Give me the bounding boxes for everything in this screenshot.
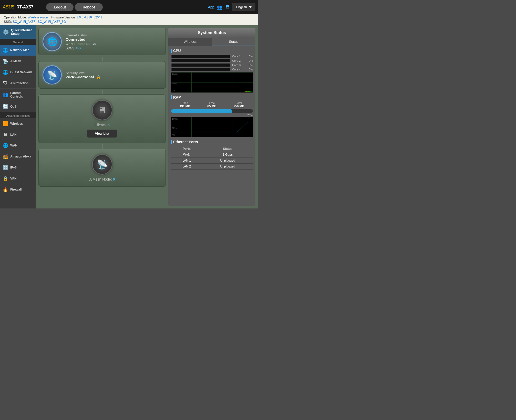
- wan-ip-label: WAN IP:: [66, 42, 77, 46]
- internet-status-value: Connected: [66, 37, 162, 41]
- sidebar-item-network-map[interactable]: 🌐 Network Map: [0, 45, 36, 56]
- sidebar: ⚙️ Quick Internet Setup General 🌐 Networ…: [0, 25, 36, 208]
- sidebar-item-label: IPv6: [10, 166, 17, 169]
- alexa-icon: 📻: [3, 154, 8, 159]
- language-selector[interactable]: English: [232, 3, 255, 11]
- sidebar-item-wireless[interactable]: 📶 Wireless: [0, 118, 36, 129]
- model-name: RT-AX57: [16, 5, 33, 9]
- eth-col-ports: Ports: [171, 146, 202, 152]
- sidebar-item-aiprotection[interactable]: 🛡 AiProtection: [0, 78, 36, 89]
- quick-internet-setup[interactable]: ⚙️ Quick Internet Setup: [0, 25, 36, 39]
- clients-card: 🖥 Clients: 5 View List: [38, 94, 166, 143]
- internet-info: Internet status: Connected WAN IP: 192.1…: [66, 33, 162, 50]
- ram-total-stat: Total 256 MB: [234, 101, 244, 108]
- aimesh-count: 0: [113, 177, 115, 181]
- sidebar-item-firewall[interactable]: 🔥 Firewall: [0, 184, 36, 195]
- lan-icon: 🖥: [3, 132, 8, 137]
- system-status-tabs: Wireless Status: [168, 38, 255, 46]
- asus-logo: ASUS: [3, 4, 14, 10]
- table-row: LAN 1 Unplugged: [171, 158, 253, 164]
- sidebar-item-guest-network[interactable]: 🌐 Guest Network: [0, 67, 36, 78]
- router-info: Security level: WPA2-Personal 🔒: [66, 71, 162, 79]
- eth-status-lan1: Unplugged: [202, 158, 253, 164]
- cpu-core-3-bar: [171, 64, 172, 67]
- main-layout: ⚙️ Quick Internet Setup General 🌐 Networ…: [0, 25, 258, 208]
- view-list-button[interactable]: View List: [87, 130, 117, 138]
- system-status-body: CPU Core 1 0% Core 2 0%: [168, 46, 255, 172]
- tab-status[interactable]: Status: [212, 38, 255, 46]
- sidebar-item-vpn[interactable]: 🔒 VPN: [0, 173, 36, 184]
- users-icon[interactable]: 👥: [217, 4, 222, 10]
- eth-status-lan2: Unplugged: [202, 164, 253, 170]
- clients-label: Clients:: [95, 123, 107, 127]
- eth-col-status: Status: [202, 146, 253, 152]
- sidebar-item-amazon-alexa[interactable]: 📻 Amazon Alexa: [0, 151, 36, 162]
- cpu-chart: 100% 50% 0%: [171, 72, 253, 93]
- general-section-label: General: [0, 39, 36, 45]
- sidebar-item-wan[interactable]: 🌐 WAN: [0, 140, 36, 151]
- ssid-5-link[interactable]: SC_Wi-Fi_AX57_5G: [38, 20, 66, 24]
- reboot-button[interactable]: Reboot: [75, 3, 102, 11]
- eth-port-lan1: LAN 1: [171, 158, 202, 164]
- cpu-core-1-bar: [171, 55, 172, 58]
- ram-used-stat: Used 191 MB: [179, 101, 190, 108]
- cpu-core-1-row: Core 1 0%: [171, 55, 253, 58]
- parental-icon: 👥: [3, 92, 8, 98]
- aimesh-icon: 📡: [3, 58, 8, 64]
- advanced-section-label: Advanced Settings: [0, 112, 36, 118]
- tab-wireless[interactable]: Wireless: [168, 38, 212, 46]
- ddns-link[interactable]: GO: [76, 47, 81, 50]
- sidebar-item-label: Amazon Alexa: [10, 155, 31, 158]
- eth-port-wan: WAN: [171, 152, 202, 158]
- aimesh-card: 📡 AiMesh Node: 0: [38, 149, 166, 187]
- cpu-chart-svg: [171, 72, 253, 92]
- top-buttons: Logout Reboot: [46, 3, 205, 11]
- aimesh-node-icon: 📡: [92, 154, 112, 175]
- ram-bar-bg: [171, 109, 253, 113]
- connector-3: [38, 144, 166, 149]
- sidebar-item-label: AiProtection: [10, 81, 28, 85]
- internet-icon: 🌐: [43, 32, 62, 51]
- cpu-core-4-bar-bg: [171, 68, 230, 71]
- firmware-label: Firmware Version:: [51, 16, 76, 19]
- system-status-panel: System Status Wireless Status CPU Core 1…: [168, 28, 255, 206]
- sidebar-item-label: WAN: [10, 144, 17, 147]
- security-value: WPA2-Personal 🔒: [66, 75, 162, 79]
- operation-mode-label: Operation Mode:: [4, 16, 27, 19]
- ssid-label: SSID:: [4, 20, 12, 24]
- ram-chart-svg: [171, 117, 253, 137]
- operation-mode-link[interactable]: Wireless router: [28, 16, 48, 19]
- cpu-section-title: CPU: [171, 49, 253, 53]
- sidebar-item-ipv6[interactable]: 🔢 IPv6: [0, 162, 36, 173]
- clients-icon: 🖥: [92, 100, 112, 120]
- app-link[interactable]: App: [208, 5, 214, 9]
- ethernet-table: Ports Status WAN 1 Gbps LAN 1 Unplugged: [171, 146, 253, 170]
- top-bar: ASUS RT-AX57 Logout Reboot App 👥 🖥 Engli…: [0, 0, 258, 14]
- cpu-core-2-pct: 0%: [246, 59, 253, 62]
- sidebar-item-qos[interactable]: 🔄 QoS: [0, 101, 36, 112]
- ram-stats: Used 191 MB Free 65 MB Total 256 MB: [171, 101, 253, 108]
- sidebar-item-label: Parental Controls: [10, 91, 33, 98]
- sidebar-item-parental-controls[interactable]: 👥 Parental Controls: [0, 89, 36, 101]
- firmware-link[interactable]: 3.0.0.4.386_52041: [76, 16, 102, 19]
- content-area: 🌐 Internet status: Connected WAN IP: 192…: [36, 25, 258, 208]
- network-map-icon: 🌐: [3, 47, 8, 53]
- security-label: Security level:: [66, 71, 162, 75]
- eth-section-title: Ethernet Ports: [171, 140, 253, 144]
- aimesh-text: AiMesh Node: 0: [89, 177, 115, 181]
- monitor-icon[interactable]: 🖥: [225, 4, 230, 10]
- sidebar-item-label: AiMesh: [10, 59, 21, 63]
- clients-text: Clients: 5: [95, 123, 109, 127]
- table-row: LAN 2 Unplugged: [171, 164, 253, 170]
- logout-button[interactable]: Logout: [46, 3, 74, 11]
- sidebar-item-lan[interactable]: 🖥 LAN: [0, 129, 36, 140]
- internet-status-label: Internet status:: [66, 33, 162, 37]
- aimesh-label: AiMesh Node:: [89, 177, 112, 181]
- ram-bar: [171, 109, 232, 113]
- cpu-core-3-row: Core 3 0%: [171, 64, 253, 67]
- ram-chart: 100% 50% 0%: [171, 117, 253, 137]
- setup-icon: ⚙️: [3, 29, 9, 35]
- cpu-core-1-bar-bg: [171, 55, 230, 58]
- ssid-24-link[interactable]: SC_Wi-Fi_AX57: [13, 20, 35, 24]
- sidebar-item-aimesh[interactable]: 📡 AiMesh: [0, 56, 36, 67]
